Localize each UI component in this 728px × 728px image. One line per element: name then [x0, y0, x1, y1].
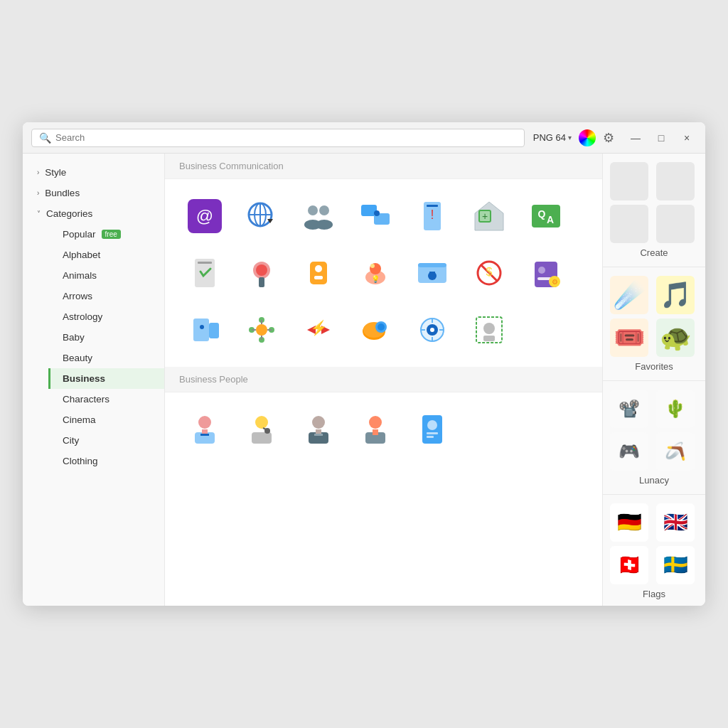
- list-item[interactable]: [293, 404, 344, 455]
- list-item[interactable]: ⚡: [293, 304, 344, 355]
- create-cell-2[interactable]: [656, 162, 695, 200]
- business-comm-grid: @: [165, 179, 602, 367]
- list-item[interactable]: +: [464, 191, 515, 242]
- sidebar-label-popular: Popular: [63, 229, 96, 240]
- favorites-cell-3[interactable]: 🎟️: [610, 318, 648, 357]
- list-item[interactable]: [236, 404, 287, 455]
- svg-line-83: [263, 428, 266, 429]
- lunacy-grid: 📽️ 🌵 🎮 🪃: [610, 390, 698, 471]
- close-button[interactable]: ×: [677, 128, 697, 148]
- list-item[interactable]: [350, 304, 401, 355]
- color-wheel-button[interactable]: [579, 129, 596, 146]
- sidebar-label-bundles: Bundles: [45, 188, 80, 198]
- favorites-cell-1[interactable]: ☄️: [610, 276, 648, 314]
- flag-cell-uk[interactable]: 🇬🇧: [656, 503, 695, 542]
- list-item[interactable]: [293, 191, 344, 242]
- panel-section-create: Create: [603, 154, 705, 267]
- arrow-icon: ›: [37, 189, 39, 197]
- svg-text:!: !: [430, 208, 434, 222]
- create-cell-4[interactable]: [656, 205, 695, 243]
- list-item[interactable]: [464, 304, 515, 355]
- list-item[interactable]: [179, 304, 230, 355]
- sidebar-item-arrows[interactable]: Arrows: [48, 286, 164, 306]
- list-item[interactable]: [350, 191, 401, 242]
- svg-text:@: @: [196, 206, 213, 225]
- panel-section-lunacy: 📽️ 🌵 🎮 🪃 Lunacy: [603, 381, 705, 495]
- flag-cell-switzerland[interactable]: 🇨🇭: [610, 546, 648, 584]
- list-item[interactable]: [407, 247, 458, 299]
- svg-point-50: [256, 324, 267, 336]
- create-cell-1[interactable]: [610, 162, 648, 200]
- svg-rect-28: [310, 262, 327, 284]
- svg-point-49: [200, 325, 204, 329]
- sidebar-item-city[interactable]: City: [48, 430, 164, 451]
- flag-cell-sweden[interactable]: 🇸🇪: [656, 546, 695, 584]
- lunacy-cell-1[interactable]: 📽️: [610, 390, 648, 428]
- list-item[interactable]: [179, 247, 230, 299]
- flag-uk-icon: 🇬🇧: [663, 513, 688, 532]
- minimize-button[interactable]: —: [626, 128, 646, 148]
- flag-germany-icon: 🇩🇪: [617, 513, 642, 532]
- settings-icon[interactable]: ⚙: [603, 130, 614, 146]
- svg-point-8: [319, 205, 329, 215]
- sidebar-item-beauty[interactable]: Beauty: [48, 348, 164, 368]
- list-item[interactable]: [293, 247, 344, 299]
- flag-switzerland-icon: 🇨🇭: [617, 555, 642, 575]
- sidebar-label-animals: Animals: [63, 270, 97, 281]
- sidebar-item-popular[interactable]: Popular free: [48, 224, 164, 245]
- list-item[interactable]: Q A: [520, 191, 572, 242]
- sidebar-item-style[interactable]: › Style: [23, 162, 164, 183]
- flags-label: Flags: [610, 589, 698, 599]
- create-cell-3[interactable]: [610, 205, 648, 243]
- list-item[interactable]: ⚙: [520, 247, 572, 299]
- sidebar-item-clothing[interactable]: Clothing: [48, 451, 164, 471]
- sidebar-label-cinema: Cinema: [63, 414, 96, 425]
- gamepad-icon: 🎮: [619, 441, 640, 461]
- sidebar-label-clothing: Clothing: [63, 456, 98, 466]
- list-item[interactable]: [236, 247, 287, 299]
- list-item[interactable]: [179, 404, 230, 455]
- favorites-cell-4[interactable]: 🐢: [656, 318, 695, 357]
- app-window: 🔍 PNG 64 ▾ ⚙ — □ × › Style › Bundles: [23, 122, 705, 606]
- music-icon: 🎵: [660, 282, 692, 308]
- sidebar-item-characters[interactable]: Characters: [48, 389, 164, 410]
- svg-point-29: [315, 265, 322, 272]
- list-item[interactable]: [407, 304, 458, 355]
- sidebar-item-cinema[interactable]: Cinema: [48, 410, 164, 430]
- svg-rect-30: [314, 276, 323, 279]
- sidebar-item-astrology[interactable]: Astrology: [48, 306, 164, 327]
- titlebar: 🔍 PNG 64 ▾ ⚙ — □ ×: [23, 122, 705, 154]
- flag-cell-germany[interactable]: 🇩🇪: [610, 503, 648, 542]
- list-item[interactable]: [407, 404, 458, 455]
- lunacy-cell-4[interactable]: 🪃: [656, 432, 695, 471]
- sidebar-item-alphabet[interactable]: Alphabet: [48, 245, 164, 265]
- lunacy-cell-2[interactable]: 🌵: [656, 390, 695, 428]
- favorites-cell-2[interactable]: 🎵: [656, 276, 695, 314]
- svg-rect-38: [429, 272, 435, 274]
- maximize-button[interactable]: □: [651, 128, 671, 148]
- free-badge: free: [102, 230, 121, 239]
- list-item[interactable]: $: [464, 247, 515, 299]
- lunacy-cell-3[interactable]: 🎮: [610, 432, 648, 471]
- sidebar-item-animals[interactable]: Animals: [48, 265, 164, 286]
- sidebar-item-categories[interactable]: ˅ Categories: [23, 203, 164, 224]
- search-bar[interactable]: 🔍: [31, 129, 525, 147]
- sidebar-item-business[interactable]: Business: [48, 368, 164, 389]
- sidebar-label-arrows: Arrows: [63, 291, 92, 301]
- list-item[interactable]: @: [179, 191, 230, 242]
- sidebar-item-bundles[interactable]: › Bundles: [23, 183, 164, 203]
- list-item[interactable]: 💡: [350, 247, 401, 299]
- sidebar-item-baby[interactable]: Baby: [48, 327, 164, 348]
- sidebar-label-beauty: Beauty: [63, 353, 92, 363]
- section-header-business-people: Business People: [165, 367, 602, 392]
- list-item[interactable]: [236, 304, 287, 355]
- svg-point-7: [308, 205, 318, 215]
- list-item[interactable]: [236, 191, 287, 242]
- search-input[interactable]: [55, 132, 517, 143]
- list-item[interactable]: !: [407, 191, 458, 242]
- svg-point-76: [198, 416, 211, 429]
- list-item[interactable]: [350, 404, 401, 455]
- sidebar-label-characters: Characters: [63, 394, 109, 405]
- format-selector[interactable]: PNG 64 ▾: [533, 132, 572, 143]
- window-controls: — □ ×: [626, 128, 697, 148]
